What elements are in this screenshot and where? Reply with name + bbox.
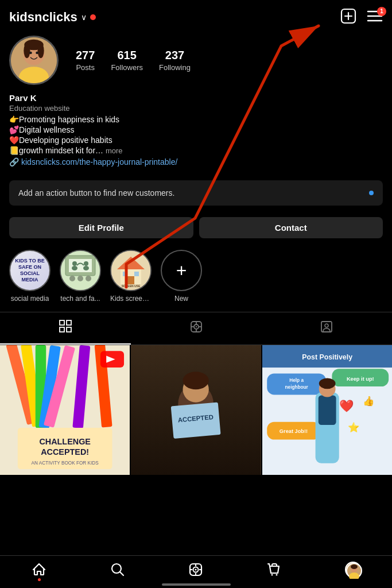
avatar-image — [11, 37, 57, 83]
svg-rect-29 — [123, 272, 127, 276]
bio-line-3: ❤️Developing positive habits — [9, 136, 383, 145]
stats-row: 277 Posts 615 Followers 237 Following — [76, 49, 191, 72]
edit-profile-button[interactable]: Edit Profile — [9, 217, 193, 238]
tab-grid[interactable] — [0, 312, 131, 345]
bio-line-1: 👉Promoting happiness in kids — [9, 115, 383, 124]
action-banner-dot — [369, 191, 374, 195]
svg-rect-17 — [69, 259, 92, 272]
svg-text:ACCEPTED!: ACCEPTED! — [41, 447, 89, 457]
contact-button[interactable]: Contact — [199, 217, 383, 238]
nav-profile[interactable] — [345, 562, 361, 578]
profile-link[interactable]: 🔗 kidsnclicks.com/the-happy-journal-prin… — [9, 157, 383, 167]
highlight-circle-tech — [60, 250, 101, 291]
stat-following[interactable]: 237 Following — [159, 49, 191, 72]
svg-rect-34 — [60, 327, 64, 332]
add-button[interactable] — [340, 8, 356, 26]
svg-point-12 — [38, 43, 44, 58]
home-indicator — [162, 583, 231, 586]
svg-point-11 — [24, 43, 30, 58]
svg-text:AN ACTIVITY BOOK FOR KIDS: AN ACTIVITY BOOK FOR KIDS — [32, 461, 99, 466]
action-banner-text: Add an action button to find new custome… — [18, 188, 174, 198]
header: kidsnclicks ∨ 1 — [0, 0, 392, 32]
profile-name: Parv K — [9, 93, 383, 103]
avatar[interactable] — [9, 36, 59, 85]
highlight-circle-screen: SCREEN USE — [110, 250, 152, 291]
svg-point-38 — [195, 326, 196, 327]
username[interactable]: kidsnclicks — [9, 10, 77, 25]
link-url: kidsnclicks.com/the-happy-journal-printa… — [21, 157, 177, 167]
posts-count: 277 — [76, 49, 95, 62]
highlight-new[interactable]: + New — [161, 250, 202, 303]
svg-text:CHALLENGE: CHALLENGE — [39, 437, 91, 446]
grid-post-1[interactable]: CHALLENGE ACCEPTED! AN ACTIVITY BOOK FOR… — [0, 345, 130, 475]
nav-search[interactable] — [110, 562, 126, 578]
svg-text:Post Positively: Post Positively — [302, 353, 352, 361]
svg-rect-32 — [60, 320, 64, 325]
followers-count: 615 — [111, 49, 143, 62]
header-right: 1 — [340, 8, 383, 26]
nav-home[interactable] — [31, 562, 47, 578]
highlight-label-new: New — [174, 295, 188, 303]
reels-tab-icon — [189, 320, 203, 337]
svg-text:👍: 👍 — [363, 395, 375, 407]
stat-posts[interactable]: 277 Posts — [76, 49, 95, 72]
svg-point-20 — [86, 276, 91, 281]
nav-avatar — [345, 562, 361, 578]
svg-point-92 — [271, 574, 273, 576]
svg-point-82 — [319, 378, 335, 389]
svg-text:Keep it up!: Keep it up! — [347, 376, 374, 382]
svg-point-18 — [69, 276, 75, 281]
grid-post-3[interactable]: Post Positively Help a neighbour Keep it… — [262, 345, 392, 475]
home-active-dot — [38, 578, 41, 581]
following-count: 237 — [159, 49, 191, 62]
live-indicator — [90, 14, 96, 20]
highlight-label-tech: tech and fa... — [60, 295, 100, 303]
followers-label: Followers — [111, 63, 143, 72]
grid-post-2[interactable]: ACCEPTED — [131, 345, 261, 475]
dropdown-icon[interactable]: ∨ — [81, 13, 87, 22]
svg-rect-80 — [318, 395, 336, 424]
tagged-tab-icon — [320, 320, 333, 337]
svg-text:SCREEN USE: SCREEN USE — [122, 284, 141, 288]
profile-buttons: Edit Profile Contact — [0, 211, 392, 244]
svg-point-87 — [195, 569, 197, 571]
highlight-screen[interactable]: SCREEN USE Kids screen ... — [110, 250, 152, 303]
bio-more[interactable]: more — [106, 146, 123, 155]
content-tabs — [0, 312, 392, 345]
grid-tab-icon — [59, 319, 72, 336]
svg-point-22 — [72, 266, 77, 270]
svg-text:❤️: ❤️ — [339, 399, 354, 413]
action-banner[interactable]: Add an action button to find new custome… — [9, 180, 383, 206]
tab-reels[interactable] — [131, 312, 262, 345]
nav-reels[interactable] — [188, 562, 204, 578]
photo-grid: CHALLENGE ACCEPTED! AN ACTIVITY BOOK FOR… — [0, 345, 392, 475]
svg-rect-69 — [267, 373, 326, 394]
bio-line-2: 💕Digital wellness — [9, 125, 383, 134]
svg-point-65 — [183, 372, 209, 389]
svg-text:⭐: ⭐ — [348, 421, 360, 434]
tab-tagged[interactable] — [261, 312, 392, 345]
nav-shop[interactable] — [266, 562, 282, 578]
svg-rect-30 — [134, 272, 139, 276]
highlight-tech[interactable]: tech and fa... — [60, 250, 101, 303]
svg-text:Great Job!!: Great Job!! — [280, 428, 308, 434]
svg-point-21 — [72, 261, 77, 266]
menu-button[interactable]: 1 — [367, 10, 383, 25]
profile-section: 277 Posts 615 Followers 237 Following Pa… — [0, 32, 392, 175]
stat-followers[interactable]: 615 Followers — [111, 49, 143, 72]
highlight-social-media[interactable]: KIDS TO BE SAFE ON SOCIAL MEDIA social m… — [9, 250, 51, 303]
following-label: Following — [159, 63, 191, 72]
svg-point-23 — [84, 261, 88, 266]
header-left: kidsnclicks ∨ — [9, 10, 96, 25]
svg-rect-28 — [127, 276, 134, 284]
posts-label: Posts — [76, 63, 95, 72]
highlight-label-social: social media — [11, 295, 49, 303]
svg-point-19 — [77, 276, 83, 281]
svg-point-44 — [325, 324, 328, 327]
svg-point-13 — [29, 52, 32, 55]
highlight-label-screen: Kids screen ... — [110, 295, 152, 303]
highlights-row: KIDS TO BE SAFE ON SOCIAL MEDIA social m… — [0, 244, 392, 312]
highlight-circle-new: + — [161, 250, 202, 291]
svg-point-97 — [351, 564, 358, 569]
svg-point-14 — [36, 52, 38, 55]
